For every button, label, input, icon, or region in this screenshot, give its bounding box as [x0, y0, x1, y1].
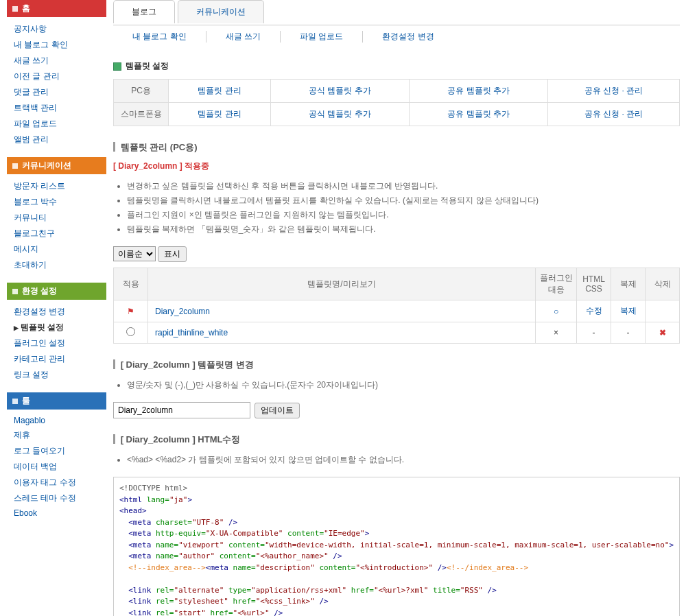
- sidebar-item-comments[interactable]: 댓글 관리: [7, 84, 106, 100]
- sidebar: 홈 공지사항 내 블로그 확인 새글 쓰기 이전 글 관리 댓글 관리 트랙백 …: [7, 0, 106, 616]
- bar-icon: [113, 359, 115, 369]
- template-name-link[interactable]: Diary_2column: [155, 307, 210, 316]
- html-editor[interactable]: <!DOCTYPE html> <html lang="ja"> <head> …: [113, 477, 680, 616]
- template-name-link[interactable]: rapid_thinline_white: [155, 328, 228, 337]
- col-dup: 복제: [611, 268, 646, 300]
- note-item: 템플릿명을 클릭하시면 내블로그에서 템플릿 표시를 확인하실 수 있습니다. …: [127, 193, 680, 208]
- edit-cell: -: [577, 322, 611, 344]
- sidebar-item-usertag[interactable]: 이용자 태그 수정: [7, 475, 106, 490]
- tpl-link-shared-add[interactable]: 공유 템플릿 추가: [447, 109, 510, 119]
- del-cell: [646, 300, 680, 322]
- apply-radio[interactable]: [126, 327, 135, 336]
- htmledit-prefix: [ Diary_2column ]: [121, 434, 196, 445]
- sidebar-item-album[interactable]: 앨범 관리: [7, 132, 106, 147]
- sidebar-list-settings: 환경설정 변경 템플릿 설정 플러그인 설정 카테고리 관리 링크 설정: [7, 300, 106, 392]
- sidebar-item-backup[interactable]: 데이터 백업: [7, 459, 106, 475]
- sidebar-header-tools: 툴: [7, 392, 106, 410]
- tool-icon: [12, 399, 18, 404]
- sidebar-item-theme[interactable]: 스레드 테마 수정: [7, 490, 106, 506]
- subnav-write[interactable]: 새글 쓰기: [206, 31, 281, 43]
- sidebar-item-invite[interactable]: 초대하기: [7, 257, 106, 273]
- table-row: ⚑ Diary_2column ○ 수정 복제: [114, 300, 680, 322]
- row-header-mobile: 스마트폰용: [114, 103, 169, 126]
- sidebar-header-settings: 환경 설정: [7, 283, 106, 300]
- rename-title: [ Diary_2column ] 템플릿명 변경: [113, 359, 680, 371]
- sidebar-item-link[interactable]: 링크 설정: [7, 367, 106, 383]
- subnav-check[interactable]: 내 블로그 확인: [113, 31, 206, 43]
- tpl-link-official[interactable]: 공식 템플릿 추가: [309, 109, 371, 119]
- tab-comm[interactable]: 커뮤니케이션: [178, 0, 264, 23]
- sort-select[interactable]: 이름순: [113, 246, 156, 261]
- sidebar-item-messages[interactable]: 메시지: [7, 241, 106, 257]
- sidebar-item-plugin[interactable]: 플러그인 설정: [7, 335, 106, 351]
- table-row: rapid_thinline_white × - - ✖: [114, 322, 680, 344]
- main-tabs: 블로그 커뮤니케이션: [113, 0, 680, 23]
- tpl-link-shared-add[interactable]: 공유 템플릿 추가: [447, 86, 510, 95]
- rename-input[interactable]: [113, 402, 250, 418]
- tpl-link-shared-manage[interactable]: 공유 신청 · 관리: [584, 86, 643, 95]
- bar-icon: [113, 142, 115, 152]
- sidebar-list-comm: 방문자 리스트 블로그 박수 커뮤니티 블로그친구 메시지 초대하기: [7, 174, 106, 283]
- sidebar-item-visitors[interactable]: 방문자 리스트: [7, 178, 106, 194]
- tpl-link-manage[interactable]: 템플릿 관리: [198, 86, 241, 95]
- col-html: HTML CSS: [577, 268, 611, 300]
- tpl-link-shared-manage[interactable]: 공유 신청 · 관리: [584, 109, 643, 119]
- rename-notes: 영문/숫자 및 (-),(_)만 사용하실 수 있습니다.(문자수 20자이내입…: [113, 378, 680, 392]
- delete-icon[interactable]: ✖: [659, 328, 666, 337]
- edit-link[interactable]: 수정: [586, 306, 602, 316]
- sort-button[interactable]: 표시: [158, 246, 187, 262]
- sidebar-header-home: 홈: [7, 0, 106, 17]
- manage-title: 템플릿 관리 (PC용): [113, 141, 680, 154]
- sidebar-item-category[interactable]: 카테고리 관리: [7, 351, 106, 367]
- sidebar-item-import[interactable]: 로그 들여오기: [7, 443, 106, 459]
- sidebar-item-clap[interactable]: 블로그 박수: [7, 194, 106, 210]
- applied-template: [ Diary_2column ] 적용중: [113, 161, 680, 172]
- sidebar-item-upload[interactable]: 파일 업로드: [7, 116, 106, 132]
- dup-link[interactable]: 복제: [620, 306, 637, 316]
- sort-row: 이름순 표시: [113, 246, 680, 262]
- note-item: <%ad> <%ad2> 가 템플릿에 포함되어 있지 않으면 업데이트할 수 …: [127, 453, 680, 467]
- col-plugin: 플러그인 대응: [536, 268, 577, 300]
- sidebar-item-prevposts[interactable]: 이전 글 관리: [7, 69, 106, 84]
- sidebar-item-affiliate[interactable]: 제휴: [7, 427, 106, 443]
- applied-suffix: 적용중: [185, 161, 209, 171]
- sidebar-item-magablo[interactable]: Magablo: [7, 414, 106, 427]
- sidebar-item-newpost[interactable]: 새글 쓰기: [7, 53, 106, 69]
- sidebar-item-template[interactable]: 템플릿 설정: [7, 320, 106, 335]
- applied-name: Diary_2column: [118, 161, 177, 171]
- rename-button[interactable]: 업데이트: [255, 403, 300, 418]
- sidebar-list-tools: Magablo 제휴 로그 들여오기 데이터 백업 이용자 태그 수정 스레드 …: [7, 410, 106, 530]
- home-icon: [12, 6, 18, 12]
- col-del: 삭제: [646, 268, 680, 300]
- subnav-upload[interactable]: 파일 업로드: [281, 31, 363, 43]
- chat-icon: [12, 163, 18, 169]
- sidebar-item-ebook[interactable]: Ebook: [7, 506, 106, 520]
- htmledit-notes: <%ad> <%ad2> 가 템플릿에 포함되어 있지 않으면 업데이트할 수 …: [113, 453, 680, 467]
- sidebar-item-friends[interactable]: 블로그친구: [7, 226, 106, 241]
- sidebar-item-myblog[interactable]: 내 블로그 확인: [7, 37, 106, 53]
- sidebar-list-home: 공지사항 내 블로그 확인 새글 쓰기 이전 글 관리 댓글 관리 트랙백 관리…: [7, 17, 106, 157]
- sidebar-header-label: 환경 설정: [22, 285, 57, 297]
- tpl-link-official[interactable]: 공식 템플릿 추가: [309, 86, 371, 95]
- template-matrix: PC용 템플릿 관리 공식 템플릿 추가 공유 템플릿 추가 공유 신청 · 관…: [113, 79, 680, 126]
- note-item: 변경하고 싶은 템플릿을 선택하신 후 적용 버튼을 클릭하시면 내블로그에 반…: [127, 179, 680, 193]
- tab-blog[interactable]: 블로그: [113, 0, 175, 23]
- sidebar-item-community[interactable]: 커뮤니티: [7, 210, 106, 226]
- sidebar-header-label: 홈: [22, 3, 30, 14]
- plugin-cell[interactable]: ○: [554, 307, 558, 316]
- subnav: 내 블로그 확인 새글 쓰기 파일 업로드 환경설정 변경: [113, 25, 680, 55]
- sidebar-item-env[interactable]: 환경설정 변경: [7, 304, 106, 320]
- subnav-settings[interactable]: 환경설정 변경: [363, 31, 453, 43]
- rename-title-text: 템플릿명 변경: [198, 359, 254, 370]
- note-item: 플러그인 지원이 ×인 템플릿은 플러그인을 지원하지 않는 템플릿입니다.: [127, 208, 680, 222]
- table-row: PC용 템플릿 관리 공식 템플릿 추가 공유 템플릿 추가 공유 신청 · 관…: [114, 80, 680, 103]
- tpl-link-manage[interactable]: 템플릿 관리: [198, 109, 241, 119]
- sidebar-item-trackback[interactable]: 트랙백 관리: [7, 100, 106, 116]
- rename-row: 업데이트: [113, 402, 680, 418]
- dup-cell: -: [611, 322, 646, 344]
- row-header-pc: PC용: [114, 80, 169, 103]
- sidebar-item-notice[interactable]: 공지사항: [7, 21, 106, 37]
- htmledit-title: [ Diary_2column ] HTML수정: [113, 434, 680, 446]
- table-row: 스마트폰용 템플릿 관리 공식 템플릿 추가 공유 템플릿 추가 공유 신청 ·…: [114, 103, 680, 126]
- note-item: 영문/숫자 및 (-),(_)만 사용하실 수 있습니다.(문자수 20자이내입…: [127, 378, 680, 392]
